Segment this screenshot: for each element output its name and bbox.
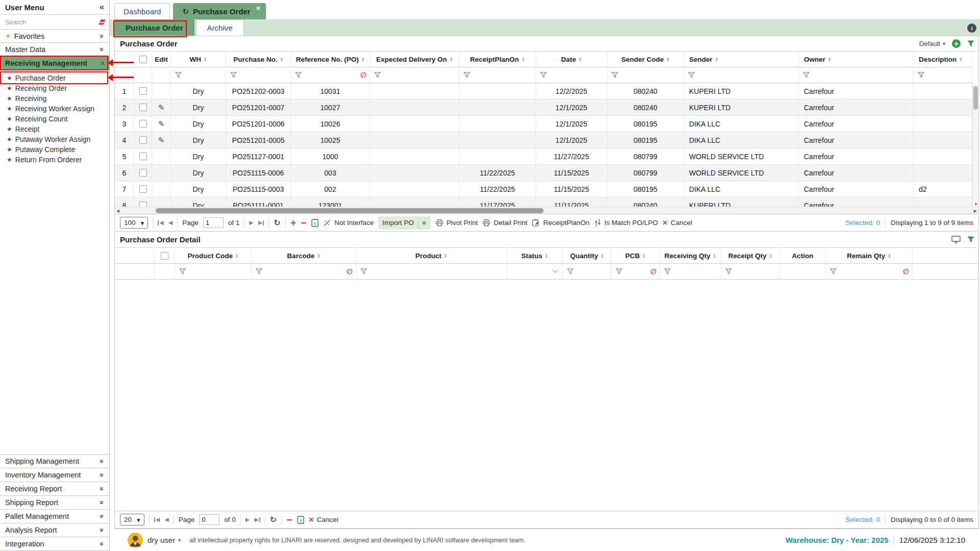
sidebar-item-receiving-worker-assign[interactable]: ★Receiving Worker Assign [0,104,109,114]
table-row[interactable]: 7DryPO251115-000300211/22/202511/15/2025… [115,181,978,197]
column-header-pcb[interactable]: PCB▲▼ [611,248,660,264]
user-avatar[interactable] [128,533,143,548]
sidebar-item-receiving-order[interactable]: ★Receiving Order [0,83,109,93]
sidebar-section-inventory-management[interactable]: Inventory Management» [0,468,109,482]
is-match-button[interactable]: Is Match PO/LPO [594,219,658,227]
close-icon[interactable]: × [256,4,261,13]
filter-funnel-icon[interactable] [295,72,302,78]
sidebar-item-purchase-order[interactable]: ★Purchase Order [0,73,109,83]
scroll-down-icon[interactable]: ▼ [974,202,978,207]
column-header-date[interactable]: Date▲▼ [536,52,607,67]
row-checkbox[interactable] [139,169,147,177]
sidebar-item-receiving-count[interactable]: ★Receiving Count [0,114,109,124]
clear-filter-icon[interactable]: ∅ [347,267,353,276]
receiptplanon-button[interactable]: ReceiptPlanOn [532,219,590,227]
sidebar-item-return-from-orderer[interactable]: ★Return From Orderer [0,155,109,165]
export-excel-icon[interactable]: x [297,516,304,524]
sidebar-section-pallet-management[interactable]: Pallet Management» [0,510,109,523]
next-page-button[interactable]: ▶ [249,219,253,226]
page-size-select[interactable]: 20 ▾ [120,514,144,525]
edit-pencil-icon[interactable]: ✎ [158,136,165,145]
filter-funnel-icon[interactable] [374,72,381,78]
table-row[interactable]: 8DryPO251111-000112300111/17/202511/11/2… [115,197,978,207]
edit-pencil-icon[interactable]: ✎ [158,119,165,129]
select-all-checkbox[interactable] [161,252,168,260]
not-interface-button[interactable]: Not Interface [323,219,374,227]
import-po-button[interactable]: Import PO » [378,216,430,230]
row-checkbox[interactable] [139,185,147,193]
column-header-status[interactable]: Status▲▼ [507,248,563,264]
subtab-purchase-order[interactable]: Purchase Order [114,19,194,36]
filter-funnel-icon[interactable] [463,72,470,78]
sidebar-section-shipping-management[interactable]: Shipping Management» [0,455,109,468]
clear-filter-icon[interactable]: ∅ [903,267,909,276]
scroll-right-icon[interactable]: ▶ [974,209,977,213]
grid-filter-icon[interactable] [967,236,974,243]
vertical-scrollbar-thumb[interactable] [973,86,978,110]
scroll-left-icon[interactable]: ◀ [116,209,119,213]
column-header-edit[interactable]: Edit [152,52,171,67]
column-header-receiving-qty[interactable]: Receiving Qty▲▼ [660,248,721,264]
row-checkbox[interactable] [139,104,147,111]
sidebar-item-receiving[interactable]: ★Receiving [0,93,109,104]
table-row[interactable]: 1DryPO251202-00031003112/2/2025080240KUP… [115,83,978,99]
table-row[interactable]: 3✎DryPO251201-00061002612/1/2025080195DI… [115,116,978,132]
last-page-button[interactable]: ▶ [254,516,260,523]
filter-funnel-icon[interactable] [688,72,695,78]
refresh-button[interactable]: ↻ [270,515,277,524]
clear-filter-icon[interactable]: ∅ [360,71,366,79]
sidebar-section-receiving-management[interactable]: Receiving Management » [0,56,109,70]
row-checkbox[interactable] [139,120,147,128]
column-header-expected-delivery-on[interactable]: Expected Delivery On▲▼ [370,52,459,67]
select-all-checkbox[interactable] [139,56,147,63]
column-header-sender-code[interactable]: Sender Code▲▼ [607,52,684,67]
page-input[interactable] [203,217,224,228]
page-size-select[interactable]: 100 ▾ [120,217,148,229]
sidebar-section-integeration[interactable]: Integeration» [0,537,109,551]
search-input[interactable] [5,18,95,26]
subtab-archive[interactable]: Archive [196,19,244,36]
column-header-reference-no-po[interactable]: Reference No. (PO)▲▼ [291,52,370,67]
column-header-quantity[interactable]: Quantity▲▼ [563,248,611,264]
row-checkbox[interactable] [139,136,147,144]
column-header-description[interactable]: Description▲▼ [914,52,972,67]
export-excel-icon[interactable]: x [311,219,318,227]
collapse-sidebar-icon[interactable]: « [100,3,104,12]
filter-funnel-icon[interactable] [175,72,182,78]
filter-funnel-icon[interactable] [616,268,622,274]
sidebar-section-master-data[interactable]: Master Data» [0,43,109,56]
add-row-button[interactable]: + [290,218,297,228]
filter-dropdown-icon[interactable] [552,267,558,273]
column-header-remain-qty[interactable]: Remain Qty▲▼ [826,248,913,264]
column-header-sender[interactable]: Sender▲▼ [684,52,799,67]
prev-page-button[interactable]: ◀ [168,219,173,226]
first-page-button[interactable]: ◀ [158,219,163,226]
sidebar-item-putaway-worker-assign[interactable]: ★Putaway Worker Assign [0,134,109,144]
column-header-receipt-qty[interactable]: Receipt Qty▲▼ [721,248,780,264]
table-row[interactable]: 2✎DryPO251201-00071002712/1/2025080240KU… [115,99,978,116]
column-header-wh[interactable]: WH▲▼ [171,52,226,67]
prev-page-button[interactable]: ◀ [164,516,168,523]
tab-purchase-order[interactable]: ↻Purchase Order× [173,3,266,19]
remove-row-button[interactable]: − [286,515,292,525]
monitor-icon[interactable] [951,236,961,243]
grid-filter-icon[interactable] [967,40,974,47]
next-page-button[interactable]: ▶ [246,516,250,523]
column-header-owner[interactable]: Owner▲▼ [799,52,914,67]
column-header-product[interactable]: Product▲▼ [356,248,507,264]
tab-dashboard[interactable]: Dashboard [114,3,170,19]
column-header-purchase-no[interactable]: Purchase No.▲▼ [226,52,291,67]
info-icon[interactable]: i [967,23,976,33]
clear-search-icon[interactable] [98,19,106,26]
add-column-icon[interactable]: + [952,39,961,48]
filter-funnel-icon[interactable] [664,268,671,274]
remove-row-button[interactable]: − [301,218,307,228]
row-checkbox[interactable] [139,153,147,160]
vertical-scrollbar[interactable]: ▼ [972,83,978,207]
sidebar-section-analysis-report[interactable]: Analysis Report» [0,523,109,537]
last-page-button[interactable]: ▶ [258,219,264,226]
pivot-print-button[interactable]: Pivot Print [435,219,478,227]
table-row[interactable]: 5DryPO251127-0001100011/27/2025080799WOR… [115,148,978,165]
detail-print-button[interactable]: Detail Print [482,219,527,227]
filter-funnel-icon[interactable] [230,72,237,78]
